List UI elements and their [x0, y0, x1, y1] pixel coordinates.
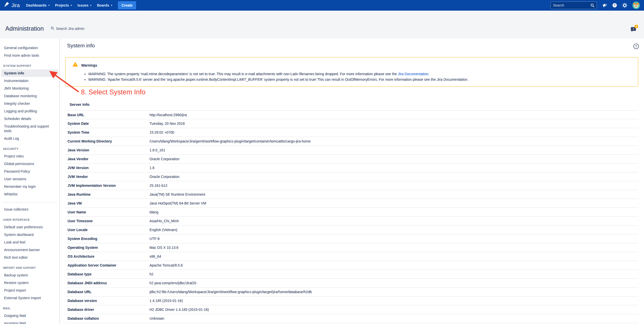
- chevron-down-icon: ▾: [71, 4, 72, 7]
- help-icon[interactable]: ?: [633, 44, 639, 49]
- row-label: Database URL: [65, 290, 149, 294]
- row-value: h2: [149, 272, 638, 276]
- table-row: Base URLhttp://localhost:2990/jira: [65, 110, 638, 119]
- sidebar-item-incoming-mail[interactable]: Incoming Mail: [1, 319, 58, 324]
- navbar-menu: Dashboards▾Projects▾Issues▾Boards▾: [23, 1, 115, 9]
- row-value: http://localhost:2990/jira: [149, 113, 638, 117]
- row-label: User Locale: [65, 228, 149, 232]
- nav-item-boards[interactable]: Boards▾: [94, 1, 115, 9]
- help-icon[interactable]: ?: [612, 3, 617, 8]
- row-label: System Encoding: [65, 237, 149, 241]
- row-value: h2 java:comp/env/jdbc/JiraDS: [149, 281, 638, 285]
- sidebar-item-troubleshooting-and-support-tools[interactable]: Troubleshooting and support tools: [1, 123, 58, 135]
- sidebar-item-system-dashboard[interactable]: System dashboard: [1, 231, 58, 238]
- admin-sidebar: General configurationFind more admin too…: [0, 38, 60, 324]
- sidebar-item-password-policy[interactable]: Password Policy: [1, 168, 58, 175]
- admin-search-input[interactable]: [56, 27, 132, 31]
- row-label: Database driver: [65, 308, 149, 312]
- sidebar-item-scheduler-details[interactable]: Scheduler details: [1, 115, 58, 123]
- gear-icon[interactable]: [622, 3, 627, 8]
- row-value: jdbc:h2:file:/Users/tdang/Workspace/Jira…: [149, 290, 638, 294]
- sidebar-item-announcement-banner[interactable]: Announcement banner: [1, 246, 58, 254]
- sidebar-group: MAILOutgoing MailIncoming Mail: [0, 306, 59, 324]
- admin-header: Administration ! 2 ApplicationsProjectsI…: [0, 11, 644, 38]
- sidebar-item-whitelist[interactable]: Whitelist: [1, 190, 58, 198]
- navbar-search[interactable]: [550, 2, 597, 9]
- sidebar-item-user-sessions[interactable]: User sessions: [1, 175, 58, 183]
- row-label: JVM Implementation Version: [65, 184, 149, 188]
- sidebar-section-header: IMPORT AND EXPORT: [0, 265, 59, 271]
- row-value: 1.8: [149, 166, 638, 170]
- nav-item-issues[interactable]: Issues▾: [75, 1, 94, 9]
- megaphone-icon[interactable]: [602, 3, 607, 8]
- navbar-right: ?: [550, 2, 640, 9]
- sidebar-item-general-configuration[interactable]: General configuration: [1, 44, 58, 52]
- sidebar-section-header: MAIL: [0, 306, 59, 312]
- create-button[interactable]: Create: [118, 1, 136, 9]
- sidebar-item-system-info[interactable]: System info: [1, 69, 58, 77]
- sidebar-item-database-monitoring[interactable]: Database monitoring: [1, 92, 58, 100]
- row-label: Operating System: [65, 246, 149, 250]
- sidebar-item-external-system-import[interactable]: External System Import: [1, 294, 58, 302]
- sidebar-item-global-permissions[interactable]: Global permissions: [1, 160, 58, 168]
- notification-icon[interactable]: ! 2: [631, 26, 637, 32]
- warning-text: : The system property 'mail.mime.decodep…: [105, 72, 398, 76]
- sidebar-item-logging-and-profiling[interactable]: Logging and profiling: [1, 107, 58, 115]
- row-label: Java Version: [65, 148, 149, 152]
- table-row: JVM Implementation Version25.161-b12: [65, 181, 638, 190]
- warning-text: .: [467, 77, 468, 82]
- notification-badge: 2: [635, 25, 638, 28]
- row-value: Asia/Ho_Chi_Minh: [149, 219, 638, 223]
- row-label: Current Working Directory: [65, 139, 149, 143]
- row-value: 25.161-b12: [149, 184, 638, 188]
- sidebar-item-default-user-preferences[interactable]: Default user preferences: [1, 223, 58, 231]
- row-label: User Timezone: [65, 219, 149, 223]
- admin-search[interactable]: [51, 26, 132, 31]
- row-label: JVM Vendor: [65, 175, 149, 179]
- sidebar-item-outgoing-mail[interactable]: Outgoing Mail: [1, 312, 58, 319]
- sidebar-item-instrumentation[interactable]: Instrumentation: [1, 77, 58, 85]
- nav-item-projects[interactable]: Projects▾: [52, 1, 75, 9]
- row-value: UTF-8: [149, 237, 638, 241]
- user-avatar[interactable]: [632, 2, 640, 9]
- jira-logo[interactable]: Jira: [4, 2, 20, 9]
- warnings-title: Warnings: [81, 62, 97, 67]
- sidebar-item-audit-log[interactable]: Audit Log: [1, 135, 58, 142]
- navbar-search-input[interactable]: [553, 3, 589, 7]
- sidebar-item-integrity-checker[interactable]: Integrity checker: [1, 100, 58, 107]
- row-label: System Date: [65, 122, 149, 126]
- table-row: Database collationUnknown: [65, 314, 638, 323]
- row-value: Java HotSpot(TM) 64-Bit Server VM: [149, 201, 638, 205]
- sidebar-item-look-and-feel[interactable]: Look and feel: [1, 238, 58, 246]
- sidebar-item-remember-my-login[interactable]: Remember my login: [1, 183, 58, 190]
- warning-text: Jira Documentation: [437, 77, 467, 82]
- row-value: Unknown: [149, 316, 638, 320]
- sidebar-item-restore-system[interactable]: Restore system: [1, 279, 58, 287]
- search-icon: [590, 3, 594, 7]
- row-value: tdang: [149, 210, 638, 214]
- table-row: Database JNDI addressh2 java:comp/env/jd…: [65, 279, 638, 288]
- row-value: x86_64: [149, 254, 638, 258]
- nav-item-label: Boards: [97, 3, 109, 7]
- sidebar-section-header: SYSTEM SUPPORT: [0, 63, 59, 69]
- nav-item-dashboards[interactable]: Dashboards▾: [23, 1, 52, 9]
- warning-triangle-icon: [73, 62, 78, 68]
- warning-doc-link[interactable]: Jira Documentation: [398, 72, 428, 76]
- chevron-down-icon: ▾: [90, 4, 92, 7]
- row-label: Java VM: [65, 201, 149, 205]
- row-value: /Users/tdang/Workspace/Jira/gerrit/workf…: [149, 139, 638, 143]
- sidebar-item-jmx-monitoring[interactable]: JMX Monitoring: [1, 85, 58, 92]
- sidebar-item-issue-collectors[interactable]: Issue collectors: [1, 206, 58, 213]
- row-label: Database type: [65, 272, 149, 276]
- warnings-panel: Warnings WARNING: The system property 'm…: [65, 57, 638, 87]
- table-row: Operating SystemMac OS X 10.13.6: [65, 243, 638, 252]
- row-value: Mac OS X 10.13.6: [149, 246, 638, 250]
- sidebar-item-find-more-admin-tools[interactable]: Find more admin tools: [1, 52, 58, 59]
- warning-text: WARNING: 'Apache Tomcat/8.5.6' server an…: [88, 77, 437, 82]
- sidebar-item-rich-text-editor[interactable]: Rich text editor: [1, 254, 58, 261]
- nav-item-label: Issues: [77, 3, 89, 7]
- sidebar-item-backup-system[interactable]: Backup system: [1, 271, 58, 279]
- sidebar-item-project-roles[interactable]: Project roles: [1, 152, 58, 160]
- row-label: JVM Version: [65, 166, 149, 170]
- sidebar-item-project-import[interactable]: Project import: [1, 287, 58, 294]
